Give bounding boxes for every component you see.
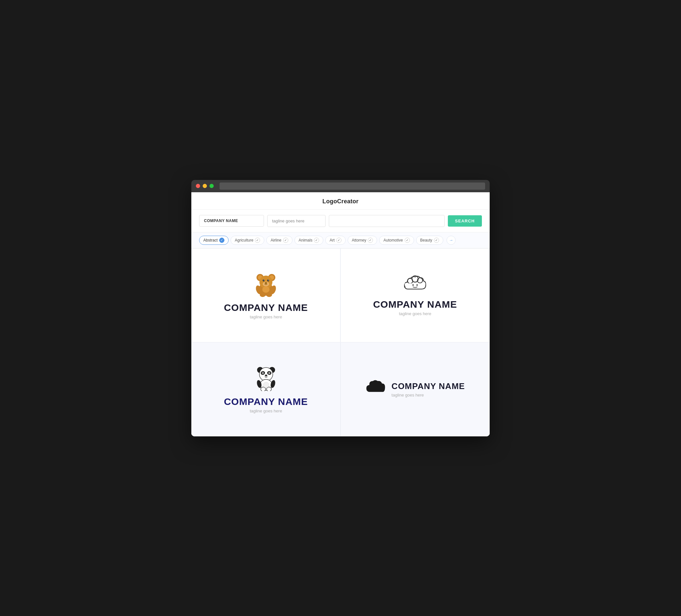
svg-point-31 — [269, 373, 270, 374]
svg-point-10 — [268, 280, 269, 280]
tagline-input[interactable] — [267, 215, 326, 227]
filter-label: Animals — [299, 238, 312, 242]
filter-label: Beauty — [420, 238, 432, 242]
maximize-button[interactable] — [209, 184, 214, 188]
browser-window: LogoCreator COMPANY NAME SEARCH Abstract… — [191, 180, 490, 436]
filter-check-icon: ✓ — [336, 238, 342, 243]
logo-2-tagline: tagline goes here — [399, 311, 431, 316]
logo-1-tagline: tagline goes here — [250, 314, 282, 319]
logo-4-inline-text: COMPANY NAME tagline goes here — [392, 381, 465, 397]
logo-card-2[interactable]: COMPANY NAME tagline goes here — [340, 248, 490, 342]
logo-card-1[interactable]: COMPANY NAME tagline goes here — [191, 248, 340, 342]
svg-point-11 — [265, 282, 267, 284]
filter-check-icon: ✓ — [368, 238, 373, 243]
logo-grid: COMPANY NAME tagline goes here — [191, 248, 490, 436]
filter-bar: Abstract✓Agriculture✓Airline✓Animals✓Art… — [191, 232, 490, 248]
filter-label: Abstract — [203, 238, 218, 242]
svg-point-8 — [267, 280, 269, 281]
filter-next-button[interactable]: → — [447, 236, 456, 245]
svg-point-14 — [260, 292, 266, 297]
svg-point-21 — [412, 284, 414, 286]
minimize-button[interactable] — [203, 184, 207, 188]
svg-point-15 — [266, 292, 272, 297]
logo-4-inline-row: COMPANY NAME tagline goes here — [365, 379, 465, 400]
filter-label: Automotive — [383, 238, 403, 242]
logo-card-4[interactable]: COMPANY NAME tagline goes here — [340, 342, 490, 436]
filter-check-icon: ✓ — [405, 238, 410, 243]
filter-chip-airline[interactable]: Airline✓ — [266, 236, 292, 245]
filter-label: Attorney — [352, 238, 367, 242]
filter-chip-agriculture[interactable]: Agriculture✓ — [231, 236, 264, 245]
close-button[interactable] — [196, 184, 200, 188]
filter-chip-abstract[interactable]: Abstract✓ — [199, 236, 229, 245]
search-bar: COMPANY NAME SEARCH — [191, 210, 490, 232]
logo-icon-panda — [254, 365, 278, 391]
logo-2-company-name: COMPANY NAME — [373, 299, 457, 310]
svg-point-32 — [264, 375, 267, 377]
filter-label: Art — [329, 238, 334, 242]
filter-chip-beauty[interactable]: Beauty✓ — [416, 236, 443, 245]
address-bar[interactable] — [220, 182, 485, 190]
logo-3-tagline: tagline goes here — [250, 409, 282, 413]
app-header: LogoCreator — [191, 192, 490, 210]
filter-check-icon: ✓ — [314, 238, 319, 243]
app-title: LogoCreator — [322, 198, 358, 205]
filter-check-icon: ✓ — [255, 238, 260, 243]
filter-check-icon: ✓ — [434, 238, 439, 243]
logo-card-3[interactable]: COMPANY NAME tagline goes here — [191, 342, 340, 436]
filter-label: Agriculture — [235, 238, 253, 242]
keywords-input[interactable] — [329, 215, 445, 227]
svg-point-37 — [266, 387, 271, 391]
filter-label: Airline — [271, 238, 281, 242]
browser-titlebar — [191, 180, 490, 192]
logo-4-company-name: COMPANY NAME — [392, 381, 465, 391]
logo-1-company-name: COMPANY NAME — [224, 302, 308, 313]
filter-chip-attorney[interactable]: Attorney✓ — [348, 236, 377, 245]
svg-point-30 — [262, 373, 263, 374]
logo-icon-cloud-outline — [402, 274, 428, 294]
logo-icon-cloud-solid — [365, 379, 386, 394]
filter-chip-animals[interactable]: Animals✓ — [295, 236, 324, 245]
filter-check-icon: ✓ — [283, 238, 288, 243]
search-button[interactable]: SEARCH — [448, 215, 482, 227]
app-content: LogoCreator COMPANY NAME SEARCH Abstract… — [191, 192, 490, 436]
svg-point-16 — [262, 286, 270, 293]
filter-check-icon: ✓ — [219, 238, 224, 243]
svg-point-38 — [263, 382, 269, 388]
svg-point-22 — [417, 284, 418, 286]
logo-3-company-name: COMPANY NAME — [224, 396, 308, 407]
svg-point-7 — [263, 280, 264, 281]
filter-chip-art[interactable]: Art✓ — [325, 236, 345, 245]
logo-4-tagline: tagline goes here — [392, 393, 465, 397]
filter-chip-automotive[interactable]: Automotive✓ — [379, 236, 414, 245]
svg-point-9 — [263, 280, 264, 280]
company-name-input[interactable]: COMPANY NAME — [199, 215, 264, 227]
svg-point-36 — [261, 387, 266, 391]
logo-icon-bear — [253, 271, 279, 297]
